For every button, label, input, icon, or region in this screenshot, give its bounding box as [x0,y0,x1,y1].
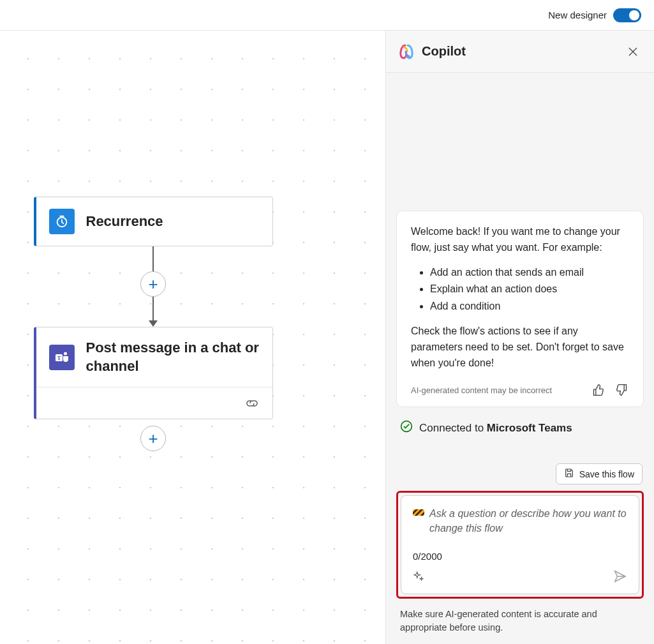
message-outro: Check the flow's actions to see if any p… [411,324,629,371]
connection-text: Connected to Microsoft Teams [419,422,572,435]
suggestion-item: Explain what an action does [430,281,629,297]
copilot-header: Copilot [386,31,654,73]
feedback-buttons [592,384,629,398]
save-icon [564,468,574,480]
flow-connector [152,296,154,322]
char-counter: 0/2000 [413,551,627,562]
thumbs-down-icon[interactable] [615,384,629,398]
flow-node-post-message[interactable]: T Post message in a chat or channel [34,327,273,419]
link-icon[interactable] [244,398,260,408]
suggestion-item: Add an action that sends an email [430,265,629,281]
suggestion-item: Add a condition [430,299,629,315]
message-intro: Welcome back! If you want me to change y… [411,224,629,256]
add-step-button[interactable]: + [140,426,166,451]
new-designer-label: New designer [548,10,607,20]
add-step-button[interactable]: + [140,271,166,297]
hazard-icon [413,509,424,516]
send-icon[interactable] [613,569,627,586]
copilot-input[interactable]: Ask a question or describe how you want … [401,495,639,594]
close-icon[interactable] [623,42,643,61]
schedule-icon [49,209,75,234]
footer-disclaimer: Make sure AI-generated content is accura… [396,599,644,634]
flow-node-recurrence[interactable]: Recurrence [34,197,273,246]
flow-canvas[interactable]: Recurrence + T Post message in [0,31,386,644]
svg-point-3 [64,352,67,355]
svg-text:T: T [57,354,61,361]
copilot-body: Welcome back! If you want me to change y… [386,73,654,644]
check-circle-icon [400,420,413,436]
top-bar: New designer [0,0,654,31]
node-footer [36,387,272,419]
copilot-input-highlight: Ask a question or describe how you want … [396,491,644,599]
copilot-logo-icon [398,43,415,61]
connection-status: Connected to Microsoft Teams [396,407,644,442]
node-title: Recurrence [86,213,163,231]
new-designer-toggle[interactable] [613,8,641,22]
copilot-panel: Copilot Welcome back! If you want me to … [386,31,654,644]
save-flow-button[interactable]: Save this flow [556,463,643,484]
flow-container: Recurrence + T Post message in [32,197,274,451]
input-placeholder: Ask a question or describe how you want … [429,506,627,535]
ai-disclaimer: AI-generated content may be incorrect [411,384,552,397]
node-title: Post message in a chat or channel [86,339,260,375]
thumbs-up-icon[interactable] [592,384,606,398]
main-area: Recurrence + T Post message in [0,31,654,644]
copilot-title: Copilot [422,44,617,59]
sparkle-icon[interactable] [413,571,424,585]
copilot-message: Welcome back! If you want me to change y… [396,211,644,407]
teams-icon: T [49,345,75,370]
flow-connector [152,246,154,272]
suggestion-list: Add an action that sends an email Explai… [430,265,629,315]
